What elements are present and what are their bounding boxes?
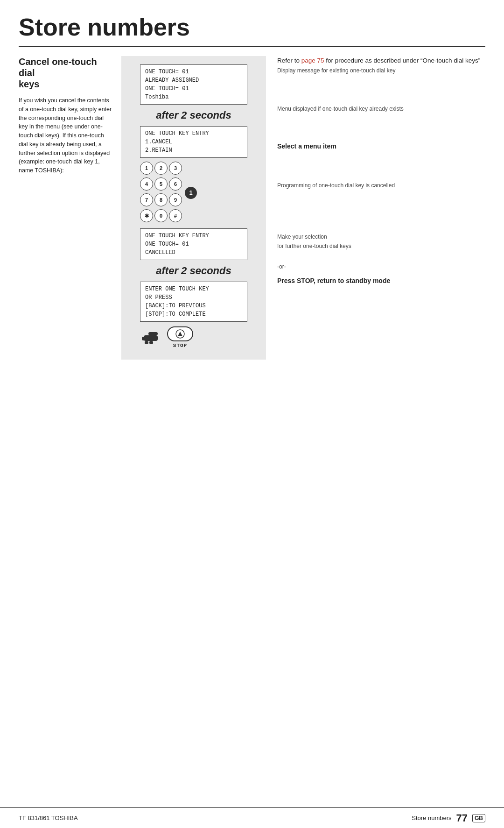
after-seconds-1: after 2 seconds — [156, 109, 231, 121]
right-make-sub: for further one-touch dial keys — [277, 242, 485, 250]
or-label: -or- — [277, 263, 485, 270]
svg-rect-2 — [145, 341, 148, 344]
stop-area: STOP — [140, 326, 247, 348]
svg-rect-4 — [142, 337, 145, 340]
key-9[interactable]: 9 — [169, 193, 182, 206]
ref-link[interactable]: page 75 — [301, 57, 324, 64]
display2-line1: ONE TOUCH KEY ENTRY — [145, 129, 242, 138]
spacer-6 — [277, 273, 485, 276]
display1-line1: ONE TOUCH= 01 — [145, 68, 242, 76]
key-star[interactable]: ✱ — [140, 209, 153, 222]
footer-right: Store numbers 77 GB — [412, 812, 485, 824]
page-title: Store numbers — [0, 0, 504, 46]
keypad-and-step: 1 2 3 4 5 6 7 8 9 ✱ 0 # — [140, 162, 247, 224]
display2-line3: 2.RETAIN — [145, 146, 242, 155]
svg-rect-3 — [149, 341, 153, 344]
key-1[interactable]: 1 — [140, 162, 153, 175]
svg-rect-0 — [148, 332, 158, 335]
key-4[interactable]: 4 — [140, 177, 153, 191]
display-box-1: ONE TOUCH= 01 ALREADY ASSIGNED ONE TOUCH… — [140, 64, 247, 105]
right-section-menu: Menu displayed if one-touch dial key alr… — [277, 104, 485, 113]
footer-gb-badge: GB — [472, 814, 485, 822]
right-ref-sub: Display message for existing one-touch d… — [277, 66, 485, 75]
right-press-text: Press STOP, return to standby mode — [277, 276, 485, 286]
keypad-grid: 1 2 3 4 5 6 7 8 9 ✱ 0 # — [140, 162, 182, 224]
step-indicator-1: 1 — [185, 187, 197, 199]
display1-line4: Toshiba — [145, 93, 242, 101]
display2-line2: 1.CANCEL — [145, 138, 242, 146]
key-3[interactable]: 3 — [169, 162, 182, 175]
display-box-3: ONE TOUCH KEY ENTRY ONE TOUCH= 01 CANCEL… — [140, 228, 247, 260]
after-seconds-2: after 2 seconds — [156, 265, 231, 277]
center-column: ONE TOUCH= 01 ALREADY ASSIGNED ONE TOUCH… — [121, 56, 266, 360]
key-hash[interactable]: # — [169, 209, 182, 222]
footer-page-num: 77 — [456, 812, 468, 824]
stop-oval — [167, 326, 193, 341]
key-0[interactable]: 0 — [154, 209, 168, 222]
footer: TF 831/861 TOSHIBA Store numbers 77 GB — [0, 807, 504, 828]
svg-marker-6 — [178, 332, 182, 336]
left-column: Cancel one-touch dial keys If you wish y… — [19, 56, 121, 360]
display3-line2: ONE TOUCH= 01 — [145, 240, 242, 248]
display1-line3: ONE TOUCH= 01 — [145, 85, 242, 93]
display-box-4: ENTER ONE TOUCH KEY OR PRESS [BACK]:TO P… — [140, 282, 247, 322]
right-ref-main: Refer to page 75 for procedure as descri… — [277, 56, 485, 65]
ref-text-before: Refer to — [277, 57, 301, 64]
section-heading: Cancel one-touch dial keys — [19, 56, 113, 90]
stop-label: STOP — [173, 343, 187, 348]
ref-text-after: for procedure as described under “One-to… — [324, 57, 481, 64]
right-select-text: Select a menu item — [277, 142, 485, 151]
spacer-4 — [277, 196, 485, 219]
footer-section: Store numbers — [412, 814, 451, 821]
right-cancelled-text: Programming of one-touch dial key is can… — [277, 181, 485, 190]
right-make-text: Make your selection — [277, 233, 485, 241]
key-6[interactable]: 6 — [169, 177, 182, 191]
right-section-press: Press STOP, return to standby mode — [277, 276, 485, 286]
main-content: Cancel one-touch dial keys If you wish y… — [0, 47, 504, 369]
right-menu-text: Menu displayed if one-touch dial key alr… — [277, 105, 485, 113]
right-section-ref: Refer to page 75 for procedure as descri… — [277, 56, 485, 75]
spacer-3 — [277, 158, 485, 180]
display1-line2: ALREADY ASSIGNED — [145, 76, 242, 85]
key-5[interactable]: 5 — [154, 177, 168, 191]
key-8[interactable]: 8 — [154, 193, 168, 206]
keypad-row-2: 4 5 6 — [140, 177, 182, 191]
keypad-row-3: 7 8 9 — [140, 193, 182, 206]
footer-left: TF 831/861 TOSHIBA — [19, 814, 78, 821]
right-section-cancelled: Programming of one-touch dial key is can… — [277, 180, 485, 190]
stop-button[interactable]: STOP — [167, 326, 193, 348]
spacer-2 — [277, 120, 485, 142]
spacer-1 — [277, 81, 485, 104]
spacer-5 — [277, 257, 485, 261]
spacer-4b — [277, 219, 485, 232]
display3-line3: CANCELLED — [145, 248, 242, 257]
keypad-row-4: ✱ 0 # — [140, 209, 182, 222]
hand-icon — [140, 330, 161, 345]
display3-line1: ONE TOUCH KEY ENTRY — [145, 232, 242, 240]
keypad-row-1: 1 2 3 — [140, 162, 182, 175]
display4-line1: ENTER ONE TOUCH KEY — [145, 285, 242, 293]
right-section-select: Select a menu item — [277, 142, 485, 151]
key-7[interactable]: 7 — [140, 193, 153, 206]
display-box-2: ONE TOUCH KEY ENTRY 1.CANCEL 2.RETAIN — [140, 126, 247, 158]
section-body: If you wish you cancel the contents of a… — [19, 96, 113, 175]
right-section-make: Make your selection for further one-touc… — [277, 232, 485, 250]
key-2[interactable]: 2 — [154, 162, 168, 175]
right-column: Refer to page 75 for procedure as descri… — [266, 56, 485, 360]
svg-rect-1 — [144, 335, 158, 341]
display4-line3: [BACK]:TO PREVIOUS — [145, 302, 242, 310]
display4-line2: OR PRESS — [145, 293, 242, 302]
display4-line4: [STOP]:TO COMPLETE — [145, 310, 242, 318]
